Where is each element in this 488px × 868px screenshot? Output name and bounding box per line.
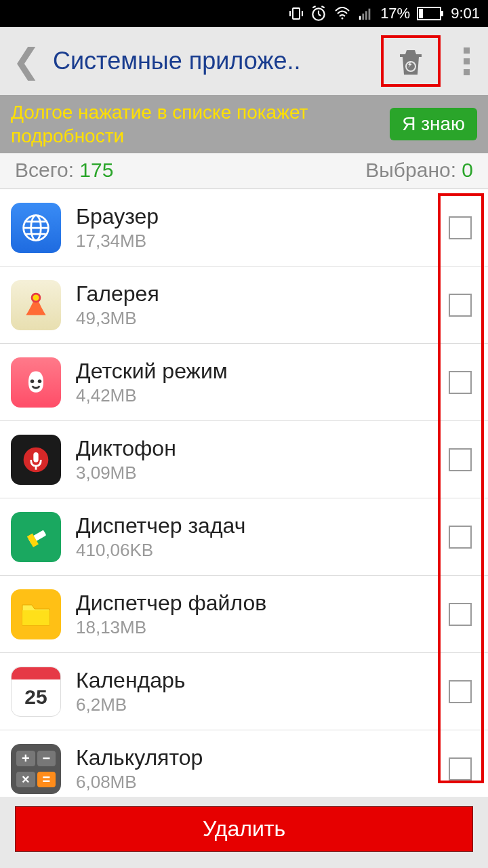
app-list: Браузер 17,34MB Галерея 49,3MB Детский р… bbox=[0, 189, 488, 808]
list-item[interactable]: Галерея 49,3MB bbox=[0, 267, 488, 344]
app-size: 6,08MB bbox=[76, 772, 449, 793]
app-checkbox[interactable] bbox=[449, 216, 472, 239]
app-size: 3,09MB bbox=[76, 462, 449, 484]
signal-icon bbox=[357, 6, 373, 21]
overflow-menu-button[interactable] bbox=[454, 47, 481, 75]
app-checkbox[interactable] bbox=[449, 371, 472, 394]
app-checkbox[interactable] bbox=[449, 603, 472, 626]
battery-percent: 17% bbox=[380, 5, 410, 22]
clock: 9:01 bbox=[451, 5, 480, 22]
vibrate-icon bbox=[288, 5, 304, 22]
back-button[interactable]: ❮ bbox=[7, 44, 46, 78]
app-checkbox[interactable] bbox=[449, 448, 472, 471]
status-bar: 17% 9:01 bbox=[0, 0, 488, 27]
bottom-bar: Удалить bbox=[0, 797, 488, 868]
app-name: Детский режим bbox=[76, 359, 449, 384]
kids-mode-icon bbox=[11, 357, 61, 408]
svg-rect-0 bbox=[293, 8, 300, 19]
svg-rect-9 bbox=[359, 16, 361, 20]
app-checkbox[interactable] bbox=[449, 757, 472, 781]
app-bar: ❮ Системные приложе.. bbox=[0, 27, 488, 95]
app-name: Диспетчер задач bbox=[76, 513, 449, 538]
svg-point-24 bbox=[30, 379, 35, 383]
app-name: Калькулятор bbox=[76, 745, 449, 770]
app-name: Диктофон bbox=[76, 436, 449, 461]
delete-button[interactable]: Удалить bbox=[15, 806, 473, 852]
hint-dismiss-button[interactable]: Я знаю bbox=[390, 108, 477, 140]
battery-icon bbox=[417, 7, 444, 20]
app-size: 49,3MB bbox=[76, 308, 449, 329]
svg-line-7 bbox=[321, 6, 324, 7]
app-size: 410,06KB bbox=[76, 540, 449, 561]
file-manager-icon bbox=[11, 589, 61, 639]
svg-line-5 bbox=[319, 14, 321, 16]
task-manager-icon bbox=[11, 512, 61, 562]
list-item[interactable]: 25 Календарь 6,2MB bbox=[0, 653, 488, 730]
app-size: 18,13MB bbox=[76, 617, 449, 638]
list-item[interactable]: Детский режим 4,42MB bbox=[0, 344, 488, 421]
list-item[interactable]: + − × = Калькулятор 6,08MB bbox=[0, 730, 488, 808]
list-item[interactable]: Диспетчер задач 410,06KB bbox=[0, 498, 488, 576]
list-item[interactable]: Диспетчер файлов 18,13MB bbox=[0, 576, 488, 653]
app-size: 17,34MB bbox=[76, 231, 449, 252]
recycle-icon bbox=[394, 44, 427, 78]
svg-rect-31 bbox=[22, 610, 49, 625]
recorder-icon bbox=[11, 435, 61, 485]
svg-rect-11 bbox=[365, 11, 367, 20]
hint-text: Долгое нажатие в списке покажет подробно… bbox=[11, 100, 390, 148]
svg-rect-27 bbox=[33, 452, 38, 462]
alarm-icon bbox=[310, 5, 327, 22]
selected-count: Выбрано: 0 bbox=[365, 159, 473, 182]
page-title: Системные приложе.. bbox=[46, 47, 381, 75]
list-item[interactable]: Диктофон 3,09MB bbox=[0, 421, 488, 498]
recycle-bin-button[interactable] bbox=[381, 35, 441, 87]
gallery-icon bbox=[11, 280, 61, 330]
calculator-icon: + − × = bbox=[11, 744, 61, 794]
svg-point-8 bbox=[342, 18, 344, 20]
total-count: Всего: 175 bbox=[15, 159, 113, 182]
app-checkbox[interactable] bbox=[449, 526, 472, 549]
svg-rect-14 bbox=[419, 9, 423, 18]
app-size: 4,42MB bbox=[76, 385, 449, 406]
svg-rect-10 bbox=[363, 14, 365, 20]
browser-icon bbox=[11, 203, 61, 253]
app-name: Галерея bbox=[76, 281, 449, 307]
app-checkbox[interactable] bbox=[449, 294, 472, 317]
app-name: Браузер bbox=[76, 204, 449, 229]
svg-point-23 bbox=[33, 294, 39, 300]
app-name: Диспетчер файлов bbox=[76, 591, 449, 616]
wifi-icon bbox=[333, 5, 352, 22]
svg-line-6 bbox=[312, 6, 315, 7]
svg-point-25 bbox=[38, 379, 42, 383]
app-checkbox[interactable] bbox=[449, 680, 472, 703]
stats-bar: Всего: 175 Выбрано: 0 bbox=[0, 153, 488, 189]
calendar-icon: 25 bbox=[11, 667, 61, 717]
svg-rect-12 bbox=[369, 9, 371, 20]
app-name: Календарь bbox=[76, 668, 449, 693]
list-item[interactable]: Браузер 17,34MB bbox=[0, 189, 488, 267]
app-size: 6,2MB bbox=[76, 694, 449, 715]
svg-rect-15 bbox=[441, 11, 443, 16]
hint-bar: Долгое нажатие в списке покажет подробно… bbox=[0, 95, 488, 153]
